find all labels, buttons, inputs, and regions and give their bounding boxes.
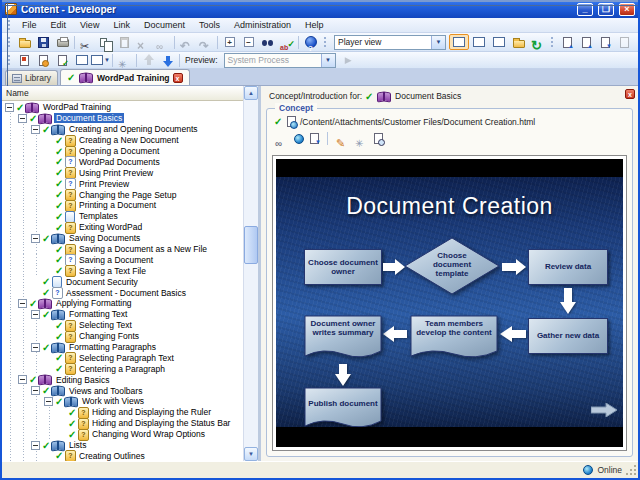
broken-links-button[interactable] [115,52,134,68]
refresh-links-icon[interactable] [355,133,368,145]
undo-button[interactable] [177,34,196,50]
menu-help[interactable]: Help [298,19,331,31]
next-slide-arrow[interactable] [591,403,617,421]
expand-toggle-icon[interactable] [31,343,40,352]
tree-item[interactable]: ✓Work with Views [2,396,243,407]
spelling-button[interactable] [277,34,296,50]
scroll-down-icon[interactable]: ▼ [244,447,258,461]
menu-administration[interactable]: Administration [227,19,298,31]
print-preview-icon[interactable] [374,133,383,144]
export-icon[interactable] [310,133,319,144]
tree-item[interactable]: ✓Printing a Document [2,200,243,211]
chevron-down-icon[interactable]: ▼ [431,36,445,49]
tree-item[interactable]: ✓Exiting WordPad [2,222,243,233]
tree-item[interactable]: ✓Templates [2,211,243,222]
discard-button[interactable] [615,34,634,50]
open-button[interactable] [15,34,34,50]
new-content-button[interactable] [15,52,34,68]
open-in-folder-button[interactable] [509,34,528,50]
tree-item[interactable]: ✓Hiding and Displaying the Ruler [2,407,243,418]
menu-document[interactable]: Document [137,19,192,31]
expand-toggle-icon[interactable] [31,125,40,134]
tree-item[interactable]: ✓WordPad Training [2,102,243,113]
tree-item[interactable]: ✓Lists [2,440,243,451]
expand-toggle-icon[interactable] [31,386,40,395]
tab-close-button[interactable]: x [173,73,183,83]
scroll-up-icon[interactable]: ▲ [244,86,258,100]
expand-toggle-icon[interactable] [31,234,40,243]
save-button[interactable] [34,34,53,50]
menu-edit[interactable]: Edit [44,19,74,31]
find-button[interactable] [258,34,277,50]
refresh-button[interactable] [528,34,547,50]
menu-file[interactable]: File [15,19,44,31]
name-column-header[interactable]: Name [2,86,258,101]
window-view-menu-button[interactable]: ▼ [91,52,110,68]
tree-item[interactable]: ✓Saving a Text File [2,265,243,276]
expand-toggle-icon[interactable] [31,441,40,450]
help-button[interactable] [301,34,320,50]
tree-item[interactable]: ✓Opening a Document [2,146,243,157]
tree-item[interactable]: ✓Changing Word Wrap Options [2,429,243,440]
tree-item[interactable]: ✓Selecting Paragraph Text [2,352,243,363]
menu-link[interactable]: Link [106,19,137,31]
expand-toggle-icon[interactable] [44,397,53,406]
tree-item[interactable]: ✓Document Security [2,276,243,287]
close-pane-button[interactable]: x [625,89,635,99]
run-preview-button[interactable]: ▶ [339,52,358,68]
menu-view[interactable]: View [73,19,106,31]
expand-toggle-icon[interactable] [5,103,14,112]
tree-item[interactable]: ✓Document Basics [2,113,243,124]
check-in-button[interactable] [577,34,596,50]
tree-item[interactable]: ✓Hiding and Displaying the Status Bar [2,418,243,429]
cut-button[interactable] [77,34,96,50]
tree-item[interactable]: ✓Print Preview [2,178,243,189]
move-up-button[interactable] [139,52,158,68]
tree-item[interactable]: ✓Formatting Text [2,309,243,320]
tree-item[interactable]: ✓Creating and Opening Documents [2,124,243,135]
redo-button[interactable] [196,34,215,50]
preview-combobox[interactable]: System Process ▼ [224,53,336,68]
tree-item[interactable]: ✓Changing the Page Setup [2,189,243,200]
validate-content-button[interactable] [53,52,72,68]
expand-toggle-icon[interactable] [31,310,40,319]
tree-scrollbar[interactable]: ▲ ▼ [243,86,258,461]
delete-button[interactable] [134,34,153,50]
tree-item[interactable]: ✓Applying Formatting [2,298,243,309]
menu-tools[interactable]: Tools [192,19,227,31]
collapse-all-button[interactable]: − [239,34,258,50]
split-horizontal-button[interactable] [469,34,489,50]
tree-item[interactable]: ✓Views and Toolbars [2,385,243,396]
link-icon[interactable] [275,133,288,145]
link-button[interactable] [153,34,172,50]
view-mode-combobox[interactable]: Player view ▼ [334,35,446,50]
tree-item[interactable]: ✓Creating Outlines [2,451,243,462]
check-out-button[interactable] [558,34,577,50]
player-view-button[interactable] [449,34,469,50]
tree-item[interactable]: ✓Assessment - Document Basics [2,287,243,298]
expand-toggle-icon[interactable] [18,299,27,308]
scrollbar-thumb[interactable] [244,226,258,264]
tree-item[interactable]: ✓Saving a Document [2,254,243,265]
expand-toggle-icon[interactable] [18,114,27,123]
window-view-button[interactable] [72,52,91,68]
publish-icon[interactable] [294,134,304,144]
paste-button[interactable] [115,34,134,50]
expand-all-button[interactable]: + [220,34,239,50]
tree-item[interactable]: ✓Selecting Text [2,320,243,331]
tree-item[interactable]: ✓Editing Basics [2,374,243,385]
move-down-button[interactable] [158,52,177,68]
print-button[interactable] [53,34,72,50]
tree-item[interactable]: ✓Formatting Paragraphs [2,342,243,353]
get-version-button[interactable] [596,34,615,50]
copy-button[interactable] [96,34,115,50]
preview-content-button[interactable] [34,52,53,68]
tree-item[interactable]: ✓Using Print Preview [2,167,243,178]
tree-item[interactable]: ✓Saving Documents [2,233,243,244]
tree-item[interactable]: ✓WordPad Documents [2,156,243,167]
expand-toggle-icon[interactable] [18,375,27,384]
resize-grip[interactable] [626,465,636,475]
tab-library[interactable]: Library [5,70,58,85]
tree-item[interactable]: ✓Creating a New Document [2,135,243,146]
tab-wordpad-training[interactable]: ✓ WordPad Training x [60,69,190,85]
